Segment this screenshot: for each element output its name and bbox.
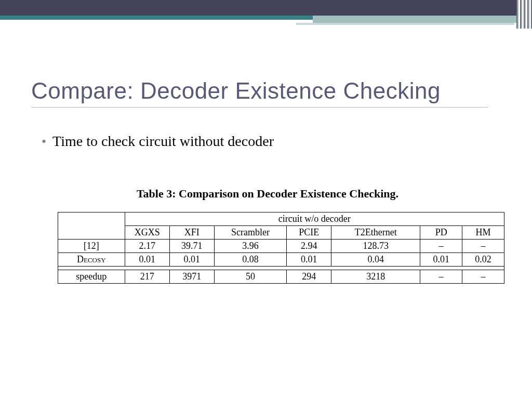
cell: 0.08 [214,253,286,267]
cell: – [462,270,504,284]
cell: 0.02 [462,253,504,267]
cell: 3971 [169,270,214,284]
bullet-text: Time to check circuit without decoder [52,133,274,150]
header-edge-stripes-icon [516,0,532,29]
cell: 0.01 [420,253,462,267]
col-header-pd: PD [420,226,462,240]
col-header-scrambler: Scrambler [214,226,286,240]
col-header-hm: HM [462,226,504,240]
cell: 0.01 [169,253,214,267]
col-header-xgxs: XGXS [125,226,169,240]
header-dark-bar [0,0,532,16]
cell: 0.01 [125,253,169,267]
header-teal-bar-right-thin [296,23,514,25]
cell: 294 [287,270,331,284]
col-header-t2ethernet: T2Ethernet [331,226,420,240]
header-span: circuit w/o decoder [125,212,504,226]
row-label: Decosy [58,253,125,267]
cell: 2.94 [287,240,331,253]
header-teal-bar-right [313,16,520,23]
table-row: Decosy 0.01 0.01 0.08 0.01 0.04 0.01 0.0… [58,253,504,267]
table-row: speedup 217 3971 50 294 3218 – – [58,270,504,284]
table-row: [12] 2.17 39.71 3.96 2.94 128.73 – – [58,240,504,253]
cell: 0.04 [331,253,420,267]
cell: – [420,240,462,253]
cell: 217 [125,270,169,284]
bullet-item: • Time to check circuit without decoder [42,133,478,150]
table-caption: Table 3: Comparison on Decoder Existence… [55,187,481,201]
table-figure: Table 3: Comparison on Decoder Existence… [55,187,481,284]
header-teal-bar-left [0,16,313,20]
cell: 39.71 [169,240,214,253]
slide-title: Compare: Decoder Existence Checking [31,78,488,108]
header-empty-cell [58,212,125,240]
cell: 50 [214,270,286,284]
comparison-table: circuit w/o decoder XGXS XFI Scrambler P… [58,212,504,284]
cell: – [462,240,504,253]
row-label: [12] [58,240,125,253]
cell: 0.01 [287,253,331,267]
cell: 128.73 [331,240,420,253]
cell: 3.96 [214,240,286,253]
cell: – [420,270,462,284]
cell: 2.17 [125,240,169,253]
col-header-pcie: PCIE [287,226,331,240]
cell: 3218 [331,270,420,284]
row-label: speedup [58,270,125,284]
bullet-dot-icon: • [42,135,46,149]
caption-text: Comparison on Decoder Existence Checking… [179,187,398,200]
caption-prefix: Table 3: [137,187,176,200]
col-header-xfi: XFI [169,226,214,240]
